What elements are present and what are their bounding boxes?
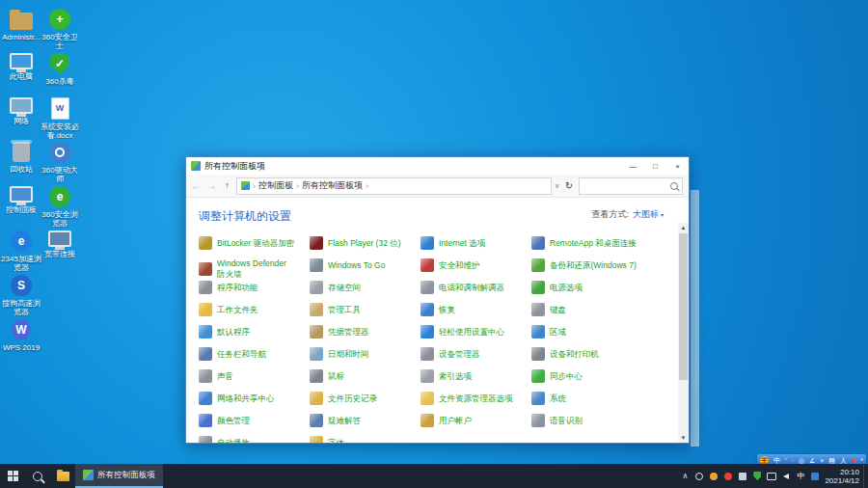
desktop-icon-360-secure-browser[interactable]: e360安全浏览器	[41, 183, 79, 228]
control-panel-item[interactable]: 设备管理器	[420, 344, 531, 361]
desktop-icon-2345-browser[interactable]: e2345加速浏览器	[2, 228, 41, 272]
desktop-icon-broadband-connection[interactable]: 宽带连接	[41, 228, 79, 272]
breadcrumb-segment[interactable]: 控制面板	[258, 179, 293, 192]
desktop-icon-360-driver-master[interactable]: 360驱动大师	[41, 139, 79, 183]
ime-punctuation-icon[interactable]: '	[785, 457, 786, 464]
control-panel-item[interactable]: 声音	[199, 366, 310, 383]
ime-symbols-icon[interactable]: ×	[820, 457, 824, 464]
breadcrumb[interactable]: ›控制面板›所有控制面板项›	[236, 177, 552, 195]
start-button[interactable]	[0, 464, 25, 488]
administrator-folder-icon	[10, 13, 33, 30]
control-panel-item[interactable]: 用户帐户	[420, 411, 531, 427]
desktop-icon-sogou-browser[interactable]: S搜狗高速浏览器	[2, 272, 41, 316]
desktop-icon-administrator-folder[interactable]: Administr...	[2, 6, 41, 50]
control-panel-item[interactable]: 自动播放	[199, 433, 310, 443]
show-desktop-button[interactable]	[863, 464, 868, 488]
ime-dot-icon[interactable]: ·	[791, 457, 793, 464]
control-panel-item[interactable]: 凭据管理器	[310, 322, 420, 339]
desktop-icon-360-antivirus[interactable]: ✓360杀毒	[41, 50, 79, 95]
control-panel-item-label: 管理工具	[328, 305, 361, 315]
desktop-icon-system-install-doc[interactable]: W系统安装必看.docx	[41, 95, 79, 139]
tray-red-icon[interactable]	[723, 471, 733, 482]
desktop-icon-network[interactable]: 网络	[2, 95, 41, 139]
title-bar[interactable]: 所有控制面板项 — □ ×	[186, 157, 689, 175]
control-panel-item[interactable]: 颜色管理	[199, 411, 310, 427]
control-panel-item[interactable]: 疑难解答	[310, 411, 420, 427]
control-panel-item[interactable]: 同步中心	[531, 366, 677, 383]
control-panel-item[interactable]: 语音识别	[531, 411, 677, 427]
control-panel-item[interactable]: 网络和共享中心	[199, 389, 310, 405]
tray-volume-icon[interactable]	[781, 471, 791, 482]
tray-shield-icon[interactable]	[752, 471, 762, 482]
close-button[interactable]: ×	[666, 157, 689, 175]
control-panel-item[interactable]: 设备和打印机	[531, 344, 677, 361]
desktop-icon-wps-2019[interactable]: WWPS 2019	[2, 316, 41, 361]
scrollbar-thumb[interactable]	[679, 233, 688, 380]
control-panel-item[interactable]: 备份和还原(Windows 7)	[531, 256, 677, 272]
back-button[interactable]: ←	[190, 181, 203, 191]
control-panel-item[interactable]: 字体	[310, 433, 420, 443]
tray-orange-icon[interactable]	[709, 471, 719, 482]
control-panel-item[interactable]: 恢复	[420, 300, 531, 316]
control-panel-item[interactable]: Internet 选项	[420, 233, 531, 250]
refresh-button[interactable]: ↻	[562, 181, 576, 191]
control-panel-item[interactable]: 存储空间	[310, 278, 420, 294]
control-panel-item[interactable]: RemoteApp 和桌面连接	[531, 233, 677, 250]
control-panel-item[interactable]: Windows Defender 防火墙	[199, 256, 310, 279]
ime-mode-icon[interactable]: 中	[773, 457, 780, 464]
desktop-icon-control-panel[interactable]: 控制面板	[2, 183, 41, 228]
control-panel-item[interactable]: 任务栏和导航	[199, 344, 310, 361]
control-panel-item[interactable]: 电话和调制解调器	[420, 278, 531, 294]
desktop-icon-this-pc[interactable]: 此电脑	[2, 50, 41, 95]
control-panel-item[interactable]: Flash Player (32 位)	[310, 233, 420, 250]
tray-360-icon[interactable]	[694, 471, 704, 482]
view-by-dropdown[interactable]: 大图标 ▾	[633, 208, 664, 221]
desktop-icon-recycle-bin[interactable]: 回收站	[2, 139, 41, 183]
control-panel-item[interactable]: 文件历史记录	[310, 389, 420, 405]
control-panel-window: 所有控制面板项 — □ × ← → ↑ ›控制面板›所有控制面板项› ∨ ↻ 调…	[185, 156, 690, 444]
minimize-button[interactable]: —	[622, 157, 644, 175]
control-panel-item[interactable]: BitLocker 驱动器加密	[199, 233, 310, 250]
control-panel-item[interactable]: 日期和时间	[310, 344, 420, 361]
control-panel-item[interactable]: 系统	[531, 389, 677, 405]
control-panel-item[interactable]: 鼠标	[310, 366, 420, 383]
tray-monitor-icon[interactable]	[767, 471, 776, 482]
control-panel-item[interactable]: 管理工具	[310, 300, 420, 316]
network-icon	[10, 97, 33, 114]
control-panel-item[interactable]: 文件资源管理器选项	[420, 389, 531, 405]
tray-battery-icon[interactable]	[810, 471, 820, 482]
tray-clipboard-icon[interactable]	[738, 471, 747, 482]
control-panel-item[interactable]: 安全和维护	[420, 256, 531, 272]
file-explorer-button[interactable]	[50, 464, 75, 488]
control-panel-item[interactable]: 默认程序	[199, 322, 310, 339]
tray-ime-icon[interactable]: 中	[796, 471, 805, 482]
search-input[interactable]	[583, 180, 670, 192]
forward-button[interactable]: →	[205, 181, 218, 191]
control-panel-item[interactable]: 键盘	[531, 300, 677, 316]
hidden-icons-chevron[interactable]: ∧	[680, 471, 690, 482]
ime-toolbox-icon[interactable]: ■	[852, 457, 855, 464]
ime-account-icon[interactable]: 人	[840, 457, 847, 464]
control-panel-item[interactable]: Windows To Go	[310, 256, 420, 272]
control-panel-item[interactable]: 电源选项	[531, 278, 677, 294]
taskbar-search-button[interactable]	[25, 464, 50, 488]
control-panel-item[interactable]: 程序和功能	[199, 278, 310, 294]
up-button[interactable]: ↑	[221, 181, 233, 190]
ime-emoji-icon[interactable]: ◎	[799, 457, 804, 464]
control-panel-item[interactable]: 工作文件夹	[199, 300, 310, 316]
address-dropdown[interactable]: ∨	[555, 182, 559, 190]
scrollbar-up-button[interactable]: ▲	[681, 223, 687, 232]
breadcrumb-segment[interactable]: 所有控制面板项	[302, 179, 363, 192]
vertical-scrollbar[interactable]: ▲ ▼	[678, 223, 689, 443]
control-panel-item[interactable]: 索引选项	[420, 366, 531, 383]
ime-handwriting-icon[interactable]: ∠	[809, 457, 815, 464]
taskbar-item-control-panel[interactable]: 所有控制面板项	[75, 464, 163, 488]
ime-soft-keyboard-icon[interactable]: ▤	[828, 457, 835, 464]
desktop-icon-360-safe[interactable]: +360安全卫士	[41, 6, 79, 50]
scrollbar-down-button[interactable]: ▼	[681, 433, 687, 443]
maximize-button[interactable]: □	[644, 157, 666, 175]
control-panel-item[interactable]: 区域	[531, 322, 677, 339]
tray-clock[interactable]: 20:10 2021/4/12	[823, 464, 863, 488]
control-panel-item[interactable]: 轻松使用设置中心	[420, 322, 531, 339]
ime-settings-icon[interactable]: *	[860, 457, 863, 464]
